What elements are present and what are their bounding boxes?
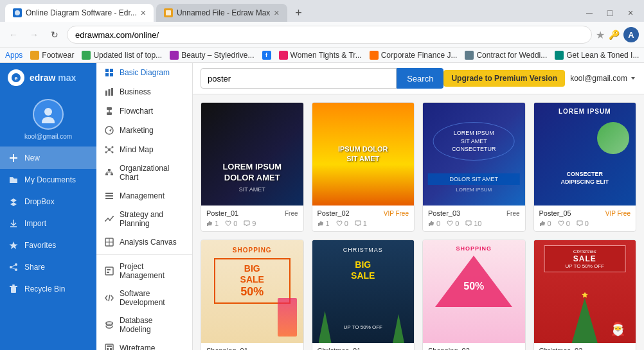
- bookmark-star-icon[interactable]: ★: [596, 29, 605, 41]
- menu-item-management[interactable]: Management: [96, 186, 192, 206]
- sidebar-item-new[interactable]: New: [0, 147, 96, 169]
- stat-likes-poster05: 0: [539, 220, 551, 227]
- menu-item-org-chart[interactable]: Organizational Chart: [96, 159, 192, 186]
- template-thumb-christmas2: Christmas SALE UP TO 50% OFF ⭐ 🎅: [534, 240, 636, 343]
- svg-point-49: [107, 218, 109, 219]
- menu-label-flowchart: Flowchart: [120, 107, 153, 116]
- sidebar-item-share[interactable]: Share: [0, 256, 96, 278]
- menu-item-software-dev[interactable]: Software Development: [96, 284, 192, 311]
- menu-item-marketing[interactable]: Marketing: [96, 121, 192, 140]
- menu-item-strategy-planning[interactable]: Strategy and Planning: [96, 206, 192, 232]
- logo-area: e edraw max: [0, 63, 96, 92]
- import-icon: [8, 218, 19, 229]
- template-card-poster02[interactable]: IPSUM DOLORSIT AMET Poster_02 VIP Free 1: [312, 102, 415, 232]
- bookmark-contract[interactable]: Contract for Weddi...: [465, 51, 547, 60]
- new-tab-button[interactable]: +: [290, 4, 308, 22]
- template-badge-poster03: Free: [506, 210, 520, 217]
- address-bar[interactable]: [67, 26, 592, 44]
- stat-likes-poster01: 1: [206, 220, 219, 227]
- svg-point-10: [15, 263, 17, 266]
- svg-point-51: [112, 216, 114, 217]
- close-browser-button[interactable]: ×: [622, 4, 639, 21]
- template-name-poster05: Poster_05: [539, 209, 571, 217]
- refresh-button[interactable]: ↻: [46, 26, 63, 43]
- maximize-button[interactable]: □: [602, 4, 618, 21]
- comment-icon: [244, 220, 250, 227]
- menu-label-basic-diagram: Basic Diagram: [120, 68, 170, 77]
- svg-rect-18: [105, 69, 109, 72]
- tab-close-unnamed[interactable]: ×: [274, 8, 279, 18]
- bookmark-corporate[interactable]: Corporate Finance J...: [370, 51, 458, 60]
- logo-text: edraw max: [30, 73, 76, 83]
- menu-item-analysis-canvas[interactable]: Analysis Canvas: [96, 232, 192, 252]
- template-card-poster01[interactable]: LOREM IPSUMDOLOR AMET SIT AMET Poster_01…: [201, 102, 304, 232]
- minimize-button[interactable]: ─: [581, 4, 598, 21]
- tab-edrawmax[interactable]: Online Diagram Software - Edr... ×: [5, 4, 154, 22]
- template-name-shopping2: Shopping_02: [428, 347, 470, 350]
- tab-close-edrawmax[interactable]: ×: [141, 8, 146, 18]
- menu-label-mind-map: Mind Map: [120, 145, 154, 154]
- footwear-favicon: [30, 51, 39, 60]
- key-icon[interactable]: 🔑: [609, 30, 620, 40]
- template-thumb-christmas1: CHRISTMAS BIGSALE UP TO 50% OFF: [312, 240, 415, 343]
- template-info-poster02: Poster_02 VIP Free 1 0: [312, 206, 415, 231]
- sidebar-item-dropbox[interactable]: DropBox: [0, 191, 96, 213]
- template-card-christmas2[interactable]: Christmas SALE UP TO 50% OFF ⭐ 🎅 Christm…: [533, 240, 637, 350]
- menu-item-basic-diagram[interactable]: Basic Diagram: [96, 63, 192, 82]
- sidebar-item-favorites[interactable]: Favorites: [0, 234, 96, 256]
- template-card-shopping2[interactable]: SHOPPING 50% Shopping_02: [422, 240, 526, 350]
- stat-hearts-poster01: 0: [225, 220, 237, 227]
- get-lean-label: Get Lean & Toned I...: [566, 51, 639, 60]
- sidebar-item-my-documents[interactable]: My Documents: [0, 169, 96, 191]
- svg-rect-19: [110, 69, 113, 72]
- mind-map-icon: [104, 144, 114, 155]
- bookmark-apps[interactable]: Apps: [5, 51, 22, 60]
- svg-rect-45: [105, 193, 113, 194]
- svg-rect-40: [111, 173, 113, 175]
- sidebar-favorites-label: Favorites: [24, 241, 56, 250]
- template-card-christmas1[interactable]: CHRISTMAS BIGSALE UP TO 50% OFF Christma…: [312, 240, 415, 350]
- menu-item-mind-map[interactable]: Mind Map: [96, 140, 192, 159]
- menu-item-business[interactable]: Business: [96, 82, 192, 101]
- menu-item-project-management[interactable]: Project Management: [96, 258, 192, 284]
- upgrade-button[interactable]: Upgrade to Premium Version: [443, 70, 565, 87]
- heart-icon: [447, 220, 453, 227]
- svg-rect-56: [107, 269, 111, 270]
- svg-point-50: [109, 220, 111, 221]
- menu-item-wireframe[interactable]: Wireframe: [96, 338, 192, 350]
- tab-unnamed[interactable]: Unnamed File - Edraw Max ×: [156, 4, 287, 22]
- profile-icon[interactable]: A: [623, 27, 639, 42]
- bookmark-beauty[interactable]: Beauty – Styledrive...: [170, 51, 254, 60]
- template-card-poster03[interactable]: Lorem ipsumsit ametconsectetur DOLOR SIT…: [422, 102, 526, 232]
- svg-marker-8: [10, 198, 17, 206]
- svg-rect-47: [105, 198, 113, 199]
- template-card-poster05[interactable]: LOREM IPSUM CONSECTERADIPISCING ELIT Pos…: [533, 102, 637, 232]
- template-card-shopping1[interactable]: SHOPPING BIGSALE 50% Shopping_01: [201, 240, 304, 350]
- bookmark-get-lean[interactable]: Get Lean & Toned I...: [555, 51, 639, 60]
- tab-title-edrawmax: Online Diagram Software - Edr...: [26, 8, 137, 17]
- bookmark-top-list[interactable]: Updated list of top...: [82, 51, 162, 60]
- svg-rect-38: [108, 169, 111, 171]
- bookmark-facebook[interactable]: f: [262, 51, 271, 60]
- template-info-poster01: Poster_01 Free 1 0: [201, 206, 303, 231]
- template-info-shopping2: Shopping_02: [423, 343, 525, 350]
- user-menu[interactable]: kool@gmail.com: [570, 74, 636, 83]
- back-button[interactable]: ←: [5, 26, 22, 43]
- bookmark-women-tights[interactable]: Women Tights & Tr...: [279, 51, 362, 60]
- sidebar-share-label: Share: [24, 263, 45, 272]
- template-name-christmas1: Christmas_01: [318, 347, 361, 350]
- search-input[interactable]: [201, 68, 397, 89]
- search-area: Search Upgrade to Premium Version kool@g…: [193, 63, 644, 94]
- business-icon: [104, 87, 114, 97]
- bookmark-footwear[interactable]: Footwear: [30, 51, 74, 60]
- menu-item-flowchart[interactable]: Flowchart: [96, 101, 192, 121]
- sidebar-item-recycle-bin[interactable]: Recycle Bin: [0, 278, 96, 300]
- search-button[interactable]: Search: [397, 68, 443, 89]
- sidebar-item-import[interactable]: Import: [0, 213, 96, 234]
- svg-line-13: [12, 265, 15, 267]
- forward-button[interactable]: →: [26, 26, 42, 43]
- stat-comments-poster03: 10: [465, 220, 481, 227]
- svg-rect-26: [107, 112, 112, 115]
- menu-item-database-modeling[interactable]: Database Modeling: [96, 311, 192, 338]
- svg-line-35: [111, 148, 112, 149]
